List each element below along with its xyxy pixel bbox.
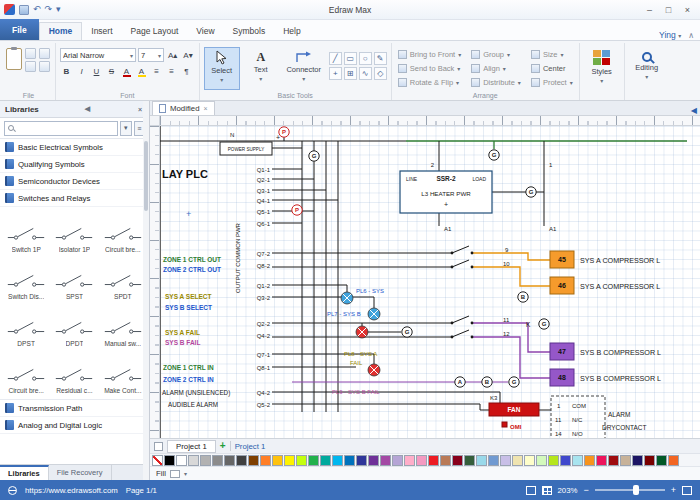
maximize-button[interactable]: □ [660, 3, 677, 17]
library-item[interactable]: Semiconductor Devices [0, 173, 149, 190]
rectangle-tool-button[interactable]: ▭ [344, 52, 357, 65]
color-swatch[interactable] [632, 455, 643, 466]
color-swatch[interactable] [404, 455, 415, 466]
bring-to-front-button[interactable]: Bring to Front▾ [396, 48, 463, 60]
wire[interactable] [472, 337, 550, 378]
document-tab[interactable]: Modified × [152, 101, 215, 115]
indicator-lamp-symbol[interactable] [341, 292, 353, 304]
text-tool-button[interactable]: A Text ▾ [243, 47, 279, 90]
symbol-item[interactable]: Circuit bre... [99, 208, 147, 255]
tab-insert[interactable]: Insert [82, 23, 121, 40]
rotate-flip-button[interactable]: Rotate & Flip▾ [396, 76, 463, 88]
plus-tool-button[interactable]: + [329, 67, 342, 80]
terminal-circle[interactable]: G [489, 150, 499, 160]
italic-button[interactable]: I [75, 65, 88, 78]
color-swatch[interactable] [620, 455, 631, 466]
fit-page-icon[interactable] [526, 486, 536, 495]
format-painter-icon[interactable] [25, 61, 36, 72]
tab-file[interactable]: File [0, 19, 39, 40]
color-swatch[interactable] [536, 455, 547, 466]
shrink-font-button[interactable]: A▾ [181, 49, 194, 62]
sidebar-scrollbar-thumb[interactable] [144, 141, 148, 211]
symbol-item[interactable]: SPST [50, 255, 98, 302]
sheet-tab[interactable]: Project 1 [167, 440, 216, 453]
line-tool-button[interactable]: ╱ [329, 52, 342, 65]
color-swatch[interactable] [176, 455, 187, 466]
center-button[interactable]: Center [529, 62, 575, 74]
color-swatch[interactable] [668, 455, 679, 466]
zoom-slider[interactable] [595, 489, 665, 491]
shape-tool-button[interactable]: ◇ [374, 67, 387, 80]
user-menu[interactable]: Ying ▾ [659, 30, 681, 40]
color-swatch[interactable] [428, 455, 439, 466]
terminal-circle[interactable]: G [539, 319, 549, 329]
grow-font-button[interactable]: A▴ [166, 49, 179, 62]
terminal-circle[interactable]: G [309, 151, 319, 161]
add-sheet-button[interactable]: + [220, 441, 226, 451]
color-swatch[interactable] [416, 455, 427, 466]
color-swatch[interactable] [320, 455, 331, 466]
color-swatch[interactable] [260, 455, 271, 466]
tab-help[interactable]: Help [274, 23, 309, 40]
panel-dock-icon[interactable]: ◀ [83, 105, 92, 113]
distribute-button[interactable]: Distribute▾ [469, 76, 523, 88]
color-swatch[interactable] [548, 455, 559, 466]
color-swatch[interactable] [332, 455, 343, 466]
font-family-select[interactable]: Arial Narrow▾ [60, 48, 136, 62]
size-button[interactable]: Size▾ [529, 48, 575, 60]
symbol-item[interactable]: Manual sw... [99, 302, 147, 349]
color-swatch[interactable] [572, 455, 583, 466]
color-swatch[interactable] [308, 455, 319, 466]
color-swatch[interactable] [524, 455, 535, 466]
tab-home[interactable]: Home [39, 22, 83, 40]
bold-button[interactable]: B [60, 65, 73, 78]
highlight-color-button[interactable]: A [135, 65, 148, 78]
color-swatch[interactable] [164, 455, 175, 466]
indicator-lamp-symbol[interactable] [368, 364, 380, 376]
color-swatch[interactable] [476, 455, 487, 466]
clipboard-icon[interactable] [39, 61, 50, 72]
select-tool-button[interactable]: Select ▾ [204, 47, 240, 90]
close-button[interactable]: × [679, 3, 696, 17]
symbol-item[interactable]: DPDT [50, 302, 98, 349]
color-swatch[interactable] [440, 455, 451, 466]
color-swatch[interactable] [212, 455, 223, 466]
send-to-back-button[interactable]: Send to Back▾ [396, 62, 463, 74]
indicator-lamp-symbol[interactable] [356, 326, 368, 338]
color-swatch[interactable] [392, 455, 403, 466]
fill-swatch[interactable] [170, 470, 180, 478]
diagram-box[interactable] [502, 422, 507, 427]
zoom-slider-thumb[interactable] [633, 485, 639, 495]
underline-button[interactable]: U [90, 65, 103, 78]
cut-icon[interactable] [39, 48, 50, 59]
strikethrough-button[interactable]: S [105, 65, 118, 78]
document-close-icon[interactable]: × [203, 105, 207, 112]
color-swatch[interactable] [464, 455, 475, 466]
color-swatch[interactable] [608, 455, 619, 466]
library-item[interactable]: Qualifying Symbols [0, 156, 149, 173]
indicator-lamp-symbol[interactable] [368, 308, 380, 320]
wire[interactable] [472, 267, 550, 286]
fit-width-icon[interactable] [542, 486, 552, 495]
color-swatch[interactable] [152, 455, 163, 466]
wire[interactable] [452, 330, 469, 337]
wire[interactable] [272, 404, 489, 410]
tab-file-recovery[interactable]: File Recovery [49, 465, 112, 480]
status-url[interactable]: https://www.edrawsoft.com [25, 486, 118, 495]
color-swatch[interactable] [596, 455, 607, 466]
symbol-item[interactable]: Switch 1P [2, 208, 50, 255]
connector-tool-button[interactable]: Connector ▾ [282, 47, 326, 90]
wire[interactable] [452, 316, 469, 323]
terminal-circle[interactable]: G [509, 377, 519, 387]
group-button[interactable]: Group▾ [469, 48, 523, 60]
font-size-select[interactable]: 7▾ [138, 48, 164, 62]
symbol-item[interactable]: Isolator 1P [50, 208, 98, 255]
symbol-item[interactable]: Switch Dis... [2, 255, 50, 302]
sidebar-scrollbar[interactable] [143, 101, 149, 480]
color-swatch[interactable] [488, 455, 499, 466]
tab-libraries[interactable]: Libraries [0, 465, 49, 480]
color-swatch[interactable] [560, 455, 571, 466]
terminal-circle[interactable]: G [402, 327, 412, 337]
align-center-button[interactable]: ≡ [165, 65, 178, 78]
terminal-circle[interactable]: P [292, 205, 302, 215]
